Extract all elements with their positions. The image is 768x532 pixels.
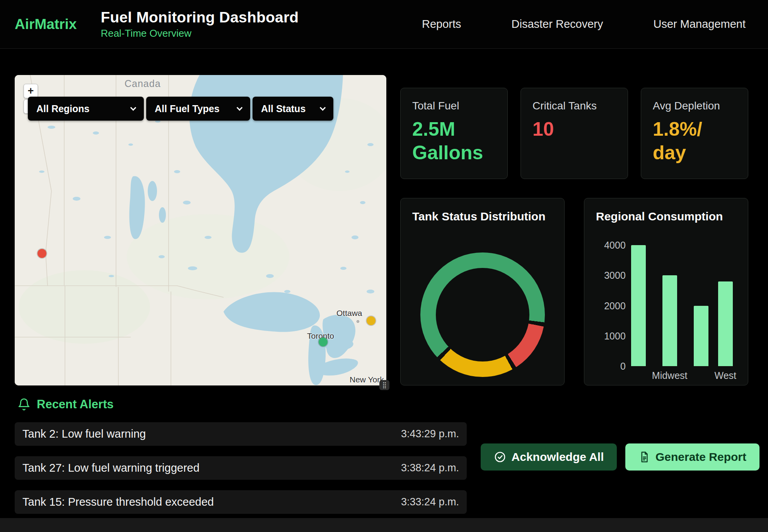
alert-actions: Acknowledge All Generate Report (481, 443, 759, 471)
nav-disaster-recovery[interactable]: Disaster Recovery (512, 18, 603, 31)
alert-timestamp: 3:33:24 p.m. (401, 496, 459, 508)
donut-hole (436, 268, 529, 361)
recent-alerts-title: Recent Alerts (37, 397, 114, 411)
consumption-bar (694, 306, 708, 367)
document-icon (638, 451, 650, 463)
map-filters: All Regions All Fuel Types All Status (28, 97, 333, 121)
alert-message: Tank 15: Pressure threshold exceeded (22, 496, 214, 508)
tank-marker-normal[interactable] (319, 338, 328, 346)
status-filter-value: All Status (261, 103, 305, 114)
bottom-bar (0, 518, 768, 532)
title-block: Fuel Monitoring Dashboard Real-Time Over… (101, 9, 299, 39)
alert-row: Tank 15: Pressure threshold exceeded 3:3… (15, 490, 467, 514)
alert-timestamp: 3:38:24 p.m. (401, 462, 459, 474)
stat-card-avg-depletion: Avg Depletion 1.8%/ day (641, 88, 748, 179)
tank-marker-critical[interactable] (38, 249, 46, 258)
app-root: AirMatrix Fuel Monitoring Dashboard Real… (0, 0, 768, 532)
ottawa-town-dot (357, 320, 359, 323)
y-tick: 3000 (604, 270, 626, 281)
page-title: Fuel Monitoring Dashboard (101, 9, 299, 26)
acknowledge-all-button[interactable]: Acknowledge All (481, 443, 617, 471)
brand-logo[interactable]: AirMatrix (15, 16, 77, 32)
stat-label: Avg Depletion (653, 100, 736, 112)
y-tick: 0 (620, 361, 626, 372)
recent-alerts-heading: Recent Alerts (17, 397, 114, 411)
stat-card-critical-tanks: Critical Tanks 10 (521, 88, 628, 179)
map-label-ottawa: Ottawa (336, 309, 362, 318)
fuel-types-filter-dropdown[interactable]: All Fuel Types (146, 97, 250, 121)
alert-message: Tank 27: Low fuel warning triggered (22, 462, 200, 474)
x-tick: Midwest (652, 370, 688, 381)
y-tick: 2000 (604, 300, 626, 311)
regions-filter-value: All Regions (36, 103, 90, 114)
alert-list: Tank 2: Low fuel warning 3:43:29 p.m. Ta… (15, 422, 467, 524)
tank-status-title: Tank Status Distribution (412, 210, 553, 223)
consumption-bar (662, 275, 677, 366)
alert-row: Tank 27: Low fuel warning triggered 3:38… (15, 456, 467, 480)
y-tick: 1000 (604, 330, 626, 341)
stat-card-total-fuel: Total Fuel 2.5M Gallons (400, 88, 508, 179)
map-canvas[interactable]: Canada Ottawa Toronto New York + − All R… (15, 75, 386, 385)
bar-plot: Midwest West (631, 245, 736, 381)
zoom-in-button[interactable]: + (24, 84, 38, 98)
stats-row: Total Fuel 2.5M Gallons Critical Tanks 1… (400, 88, 748, 179)
tank-status-card: Tank Status Distribution (400, 198, 565, 385)
check-circle-icon (494, 451, 506, 463)
alert-message: Tank 2: Low fuel warning (22, 428, 146, 440)
alert-timestamp: 3:43:29 p.m. (401, 428, 459, 440)
fuel-map[interactable]: Canada Ottawa Toronto New York + − All R… (15, 75, 386, 385)
consumption-bar (718, 281, 733, 366)
bar-column (631, 245, 646, 381)
regional-consumption-card: Regional Consumption 4000 3000 2000 1000… (584, 198, 748, 385)
stat-label: Total Fuel (412, 100, 496, 112)
charts-row: Tank Status Distribution Regional Consum… (400, 198, 748, 385)
map-label-canada: Canada (125, 78, 161, 89)
regional-consumption-title: Regional Consumption (596, 210, 736, 223)
tank-marker-warning[interactable] (367, 316, 375, 325)
page-subtitle: Real-Time Overview (101, 27, 299, 39)
generate-report-label: Generate Report (655, 450, 746, 464)
stat-value-avg-depletion: 1.8%/ day (653, 118, 736, 165)
map-resize-handle[interactable]: ⣿ (379, 380, 389, 390)
stat-value-critical-tanks: 10 (532, 118, 616, 141)
map-label-new-york: New York (350, 375, 384, 384)
status-filter-dropdown[interactable]: All Status (253, 97, 333, 121)
chevron-down-icon (320, 104, 326, 111)
fuel-types-filter-value: All Fuel Types (155, 103, 220, 114)
stat-label: Critical Tanks (532, 100, 616, 112)
regions-filter-dropdown[interactable]: All Regions (28, 97, 144, 121)
stat-value-total-fuel: 2.5M Gallons (412, 118, 496, 165)
bar-column: Midwest (652, 245, 688, 381)
acknowledge-all-label: Acknowledge All (512, 450, 604, 464)
alert-row: Tank 2: Low fuel warning 3:43:29 p.m. (15, 422, 467, 446)
regional-consumption-chart: 4000 3000 2000 1000 0 Midwest (596, 245, 736, 381)
bar-column (694, 245, 708, 381)
bell-icon (17, 398, 31, 411)
bar-column: West (715, 245, 737, 381)
chevron-down-icon (237, 104, 243, 111)
generate-report-button[interactable]: Generate Report (625, 443, 759, 471)
nav-user-management[interactable]: User Management (653, 18, 746, 31)
y-tick: 4000 (604, 240, 626, 251)
header: AirMatrix Fuel Monitoring Dashboard Real… (0, 0, 768, 49)
consumption-bar (631, 245, 646, 366)
nav-reports[interactable]: Reports (422, 18, 461, 31)
chevron-down-icon (130, 104, 137, 111)
main-nav: Reports Disaster Recovery User Managemen… (422, 18, 768, 31)
tank-status-donut (420, 252, 545, 377)
x-tick: West (715, 370, 737, 381)
y-axis: 4000 3000 2000 1000 0 (596, 245, 631, 366)
